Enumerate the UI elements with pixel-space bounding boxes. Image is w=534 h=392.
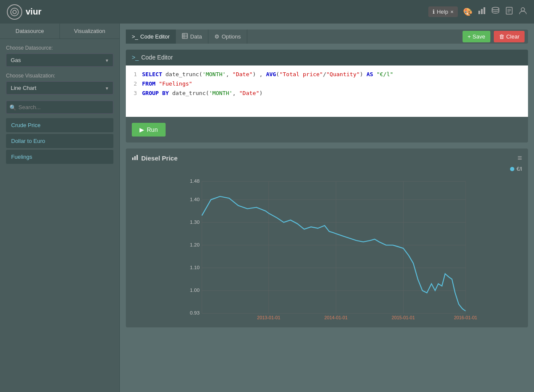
svg-point-5 [492, 7, 499, 10]
visualization-select-wrap: Line Chart Bar Chart Scatter [6, 81, 113, 95]
code-editor-tab-label: Code Editor [140, 33, 170, 40]
line-content: SELECT date_trunc('MONTH', "Date") , AVG… [142, 70, 524, 79]
svg-text:2015-01-01: 2015-01-01 [392, 315, 415, 320]
notebook-icon[interactable] [505, 6, 513, 17]
svg-rect-11 [182, 33, 187, 39]
logo-icon [7, 4, 22, 20]
table-icon [182, 33, 188, 40]
line-number: 2 [130, 79, 137, 89]
chart-body: 1.48 1.40 1.30 1.20 1.10 1.00 0.93 [126, 175, 528, 321]
visualization-select[interactable]: Line Chart Bar Chart Scatter [6, 81, 113, 95]
toolbar-right: + Save 🗑 Clear [463, 31, 528, 42]
legend-label: €/l [516, 166, 522, 172]
svg-text:1.20: 1.20 [190, 242, 200, 247]
palette-icon[interactable]: 🎨 [463, 7, 472, 17]
chart-header: Diesel Price ≡ [126, 148, 528, 166]
code-line-3: 3 GROUP BY date_trunc('MONTH', "Date") [130, 89, 524, 98]
chart-title-text: Diesel Price [141, 154, 178, 162]
datasource-section: Choose Datasource: Gas Oil Euro Choose V… [0, 39, 119, 170]
svg-text:1.48: 1.48 [190, 178, 200, 184]
svg-point-1 [13, 10, 16, 14]
viur-logo-svg [10, 7, 19, 17]
datasource-label: Choose Datasource: [6, 45, 113, 51]
stack-icon[interactable] [491, 6, 500, 17]
clear-button[interactable]: 🗑 Clear [494, 31, 525, 42]
bar-chart-icon[interactable] [478, 6, 486, 17]
play-icon: ▶ [139, 126, 144, 133]
chart-line [202, 196, 466, 311]
svg-rect-15 [132, 157, 134, 160]
help-button[interactable]: ℹ Help × [428, 6, 458, 17]
logo: viur [7, 4, 42, 20]
code-run-area: ▶ Run [126, 117, 528, 143]
header: viur ℹ Help × 🎨 [0, 0, 534, 24]
gear-icon: ⚙ [214, 33, 220, 40]
svg-text:1.00: 1.00 [190, 287, 200, 293]
code-area[interactable]: 1 SELECT date_trunc('MONTH', "Date") , A… [126, 65, 528, 117]
svg-rect-17 [136, 155, 138, 160]
code-editor-title: Code Editor [141, 54, 173, 61]
options-tab-label: Options [222, 33, 241, 40]
legend-dot [510, 167, 514, 171]
right-panel: >_ Code Editor Data ⚙ [120, 24, 534, 392]
data-tab-btn[interactable]: Data [176, 30, 208, 44]
code-editor-prompt: >_ [132, 54, 139, 61]
toolbar-left: >_ Code Editor Data ⚙ [126, 30, 247, 44]
search-icon: 🔍 [9, 104, 16, 110]
line-number: 3 [130, 89, 137, 98]
help-close-icon[interactable]: × [450, 9, 454, 15]
toolbar: >_ Code Editor Data ⚙ [126, 30, 528, 44]
code-line-2: 2 FROM "Fuelings" [130, 79, 524, 89]
save-button[interactable]: + Save [463, 31, 490, 42]
search-wrap: 🔍 [6, 101, 113, 114]
search-input[interactable] [6, 101, 113, 114]
chart-menu-icon[interactable]: ≡ [517, 154, 522, 163]
line-number: 1 [130, 70, 137, 79]
svg-rect-4 [484, 7, 485, 14]
code-editor-panel: >_ Code Editor 1 SELECT date_trunc('MONT… [126, 50, 528, 143]
svg-rect-16 [134, 156, 136, 160]
run-button[interactable]: ▶ Run [132, 123, 166, 137]
code-editor-tab-btn[interactable]: >_ Code Editor [126, 30, 176, 44]
header-right: ℹ Help × 🎨 [428, 6, 527, 17]
help-info-icon: ℹ [433, 9, 435, 15]
chart-bar-icon [132, 154, 139, 162]
svg-text:0.93: 0.93 [190, 310, 200, 315]
code-prompt-icon: >_ [132, 33, 138, 40]
help-label: Help [437, 9, 448, 15]
svg-text:1.10: 1.10 [190, 264, 200, 270]
svg-point-10 [521, 8, 525, 11]
svg-text:2014-01-01: 2014-01-01 [324, 315, 347, 320]
datasource-select[interactable]: Gas Oil Euro [6, 53, 113, 67]
logo-text: viur [26, 7, 42, 17]
list-item[interactable]: Fuelings [6, 150, 113, 164]
datasource-list: Crude Price Dollar to Euro Fuelings [6, 118, 113, 164]
tab-visualization[interactable]: Visualization [60, 24, 119, 39]
data-tab-label: Data [190, 33, 202, 40]
clear-label: Clear [506, 33, 519, 40]
main-layout: Datasource Visualization Choose Datasour… [0, 24, 534, 392]
left-panel: Datasource Visualization Choose Datasour… [0, 24, 120, 392]
line-content: FROM "Fuelings" [142, 79, 524, 89]
panel-tabs: Datasource Visualization [0, 24, 119, 39]
tab-datasource[interactable]: Datasource [0, 24, 60, 39]
svg-rect-2 [478, 11, 480, 14]
chart-title: Diesel Price [132, 154, 178, 162]
code-line-1: 1 SELECT date_trunc('MONTH', "Date") , A… [130, 70, 524, 79]
code-editor-header: >_ Code Editor [126, 50, 528, 65]
svg-point-0 [11, 8, 18, 16]
list-item[interactable]: Crude Price [6, 118, 113, 132]
plus-icon: + [468, 33, 471, 40]
visualization-label: Choose Visualization: [6, 73, 113, 79]
list-item[interactable]: Dollar to Euro [6, 134, 113, 148]
trash-icon: 🗑 [499, 33, 504, 40]
user-icon[interactable] [519, 6, 527, 17]
svg-text:2013-01-01: 2013-01-01 [257, 315, 280, 320]
save-label: Save [472, 33, 485, 40]
chart-svg: 1.48 1.40 1.30 1.20 1.10 1.00 0.93 [132, 175, 522, 320]
svg-text:1.30: 1.30 [190, 219, 200, 225]
chart-legend: €/l [126, 166, 528, 175]
chart-panel: Diesel Price ≡ €/l 1.48 1.40 1.30 1.20 1… [126, 148, 528, 327]
options-tab-btn[interactable]: ⚙ Options [208, 30, 247, 44]
line-content: GROUP BY date_trunc('MONTH', "Date") [142, 89, 524, 98]
